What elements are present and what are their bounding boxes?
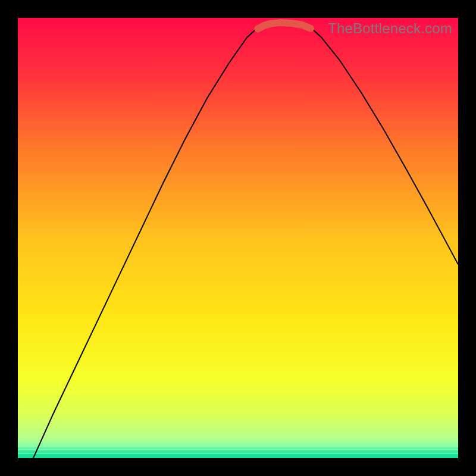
gradient-fill [18, 18, 458, 458]
green-stripe-3 [18, 450, 458, 453]
watermark-label: TheBottleneck.com [328, 20, 452, 37]
green-stripe-1 [18, 444, 458, 446]
chart-svg [18, 18, 458, 458]
green-stripe-4 [18, 454, 458, 458]
green-stripe-2 [18, 447, 458, 449]
outer-black-frame: TheBottleneck.com [0, 0, 476, 476]
plot-area: TheBottleneck.com [18, 18, 458, 458]
